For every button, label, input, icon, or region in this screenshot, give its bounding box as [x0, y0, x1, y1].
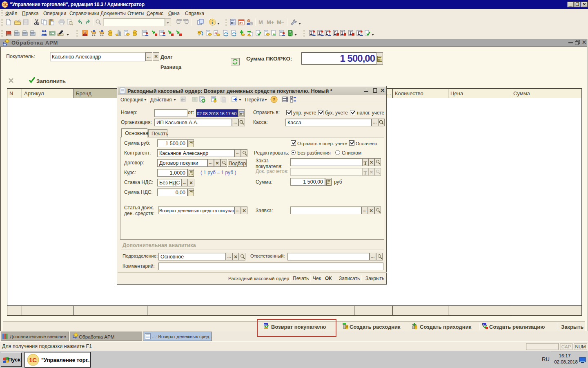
- svg-text:1С: 1С: [3, 2, 8, 7]
- svg-text:?: ?: [273, 97, 276, 102]
- svg-text:1С: 1С: [29, 357, 37, 364]
